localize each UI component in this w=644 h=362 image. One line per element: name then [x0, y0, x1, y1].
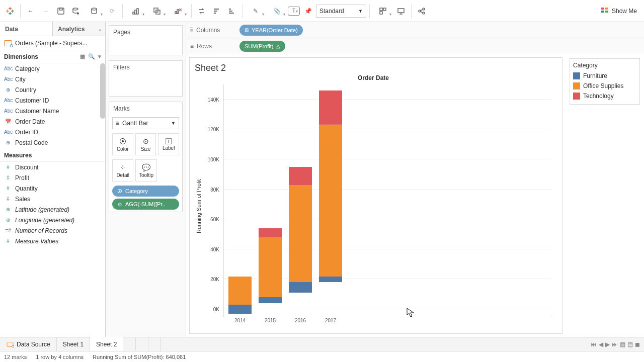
mark-type-dropdown[interactable]: ≡Gantt Bar ▼	[112, 117, 179, 129]
autosave-icon[interactable]	[84, 4, 104, 18]
share-icon[interactable]	[415, 4, 429, 18]
tooltip-button[interactable]: 💬Tooltip	[135, 159, 156, 182]
pill-sum-profit[interactable]: SUM(Profit)△	[239, 41, 285, 52]
dimension-field[interactable]: ⊕Postal Code	[0, 137, 105, 148]
legend-item[interactable]: Technology	[573, 91, 636, 101]
group-icon[interactable]: 📎	[267, 4, 287, 18]
next-tab-icon[interactable]: ▶	[605, 341, 610, 348]
svg-rect-32	[398, 9, 404, 13]
pin-icon[interactable]: 📌	[301, 4, 315, 18]
bar-segment[interactable]	[259, 297, 282, 303]
back-icon[interactable]: ←	[24, 4, 38, 18]
last-tab-icon[interactable]: ⏭	[612, 341, 618, 348]
dimension-field[interactable]: AbcCustomer Name	[0, 106, 105, 116]
dimension-field[interactable]: AbcProduct ID	[0, 148, 105, 149]
show-sort-icon[interactable]: ◼	[635, 341, 640, 348]
measure-field[interactable]: #Sales	[0, 194, 105, 204]
bar-column[interactable]	[259, 84, 282, 317]
sheet-title[interactable]: Sheet 2	[195, 63, 552, 73]
field-label: Discount	[15, 164, 39, 171]
bar-segment[interactable]	[319, 125, 342, 277]
legend-item[interactable]: Furniture	[573, 71, 636, 81]
svg-rect-16	[137, 9, 138, 14]
svg-rect-31	[380, 12, 382, 14]
bar-segment[interactable]	[289, 167, 312, 185]
pages-shelf[interactable]: Pages	[109, 26, 182, 39]
show-tabs-icon[interactable]: ▦	[620, 341, 625, 348]
bar-column[interactable]	[228, 84, 252, 317]
scrollbar-thumb[interactable]	[100, 63, 105, 119]
legend-swatch	[573, 93, 580, 100]
detail-button[interactable]: ⁘Detail	[112, 159, 133, 182]
marks-pill-category[interactable]: ⦿Category	[112, 186, 179, 197]
color-button[interactable]: ⦿Color	[112, 133, 133, 155]
highlight-icon[interactable]: ✎	[246, 4, 266, 18]
tab-analytics[interactable]: Analytics⌄	[53, 22, 105, 36]
tab-sheet-2[interactable]: Sheet 2	[90, 337, 123, 351]
field-type-icon: Abc	[4, 76, 12, 82]
tab-sheet-1[interactable]: Sheet 1	[57, 337, 90, 351]
measure-field[interactable]: #Discount	[0, 162, 105, 172]
legend-item[interactable]: Office Supplies	[573, 81, 636, 91]
fit-dropdown[interactable]: Standard▼	[316, 5, 366, 18]
clear-icon[interactable]	[168, 4, 188, 18]
measure-field[interactable]: ⊕Latitude (generated)	[0, 204, 105, 215]
bar-segment[interactable]	[289, 282, 312, 293]
swap-icon[interactable]	[195, 4, 209, 18]
measure-field[interactable]: #Quantity	[0, 183, 105, 194]
new-worksheet-icon[interactable]	[126, 4, 146, 18]
new-story-button[interactable]	[148, 337, 161, 351]
bar-segment[interactable]	[259, 237, 282, 297]
label-button[interactable]: TLabel	[158, 133, 179, 155]
svg-rect-27	[229, 11, 232, 12]
labels-icon[interactable]: T	[288, 7, 300, 16]
size-button[interactable]: ⊙Size	[135, 133, 156, 155]
cards-icon[interactable]	[373, 4, 393, 18]
pill-year-order-date[interactable]: ⊞YEAR(Order Date)	[239, 25, 303, 36]
bar-segment[interactable]	[319, 277, 342, 283]
dimension-field[interactable]: AbcCustomer ID	[0, 95, 105, 106]
bar-segment[interactable]	[289, 185, 312, 283]
view-data-icon[interactable]: ▦	[80, 53, 85, 60]
dimension-field[interactable]: AbcCategory	[0, 63, 105, 74]
tab-data[interactable]: Data	[0, 22, 53, 36]
present-icon[interactable]	[394, 4, 408, 18]
new-datasource-icon[interactable]	[69, 4, 83, 18]
bar-segment[interactable]	[259, 228, 282, 237]
filters-shelf[interactable]: Filters	[109, 61, 182, 74]
dimension-field[interactable]: AbcOrder ID	[0, 127, 105, 137]
bar-segment[interactable]	[228, 277, 252, 305]
dimension-field[interactable]: AbcCity	[0, 74, 105, 84]
tab-data-source[interactable]: Data Source	[0, 337, 57, 351]
dimension-field[interactable]: ⊕Country	[0, 84, 105, 95]
bar-segment[interactable]	[319, 90, 342, 125]
new-dashboard-button[interactable]	[136, 337, 148, 351]
forward-icon[interactable]: →	[39, 4, 53, 18]
tableau-logo-icon[interactable]	[3, 4, 17, 18]
svg-rect-28	[229, 13, 234, 14]
duplicate-icon[interactable]	[147, 4, 167, 18]
show-filmstrip-icon[interactable]: ▤	[627, 341, 633, 348]
viz-canvas[interactable]: Sheet 2 Order Date Running Sum of Profit…	[189, 57, 562, 334]
measure-field[interactable]: #Profit	[0, 172, 105, 183]
search-icon[interactable]: 🔍	[88, 53, 95, 60]
new-worksheet-button[interactable]	[123, 337, 136, 351]
measure-field[interactable]: ⊕Longitude (generated)	[0, 215, 105, 225]
svg-rect-15	[135, 10, 136, 14]
bar-segment[interactable]	[228, 305, 252, 314]
measure-field[interactable]: =#Number of Records	[0, 225, 105, 236]
save-icon[interactable]	[54, 4, 68, 18]
datasource-item[interactable]: Orders (Sample - Supers...	[0, 36, 105, 50]
measure-field[interactable]: #Measure Values	[0, 236, 105, 246]
first-tab-icon[interactable]: ⏮	[591, 341, 597, 348]
dimension-field[interactable]: 📅Order Date	[0, 116, 105, 127]
sort-asc-icon[interactable]	[210, 4, 224, 18]
prev-tab-icon[interactable]: ◀	[599, 341, 603, 348]
bar-column[interactable]	[289, 84, 312, 317]
refresh-icon[interactable]: ⟳	[105, 4, 119, 18]
sort-desc-icon[interactable]	[225, 4, 239, 18]
bar-column[interactable]	[319, 84, 342, 317]
menu-icon[interactable]: ▾	[98, 53, 101, 60]
marks-pill-agg[interactable]: ⊙AGG(-SUM([Pr..	[112, 199, 179, 210]
show-me-button[interactable]: Show Me	[597, 5, 641, 17]
